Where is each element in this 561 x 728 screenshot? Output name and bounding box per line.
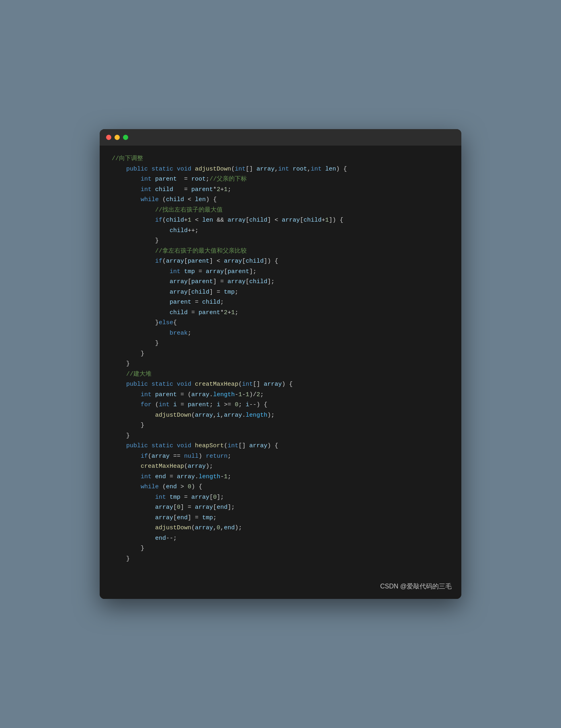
line-25: for (int i = parent; i >= 0; i--) { xyxy=(112,400,449,410)
maximize-dot[interactable] xyxy=(123,135,128,140)
line-34: int tmp = array[0]; xyxy=(112,492,449,503)
code-area: //向下调整 public static void adjustDown(int… xyxy=(100,146,461,576)
watermark: CSDN @爱敲代码的三毛 xyxy=(100,576,461,599)
line-14: array[child] = tmp; xyxy=(112,287,449,298)
line-comment-4: //建大堆 xyxy=(112,369,449,380)
minimize-dot[interactable] xyxy=(115,135,120,140)
line-29: public static void heapSort(int[] array)… xyxy=(112,441,449,451)
line-26: adjustDown(array,i,array.length); xyxy=(112,410,449,421)
line-28: } xyxy=(112,431,449,441)
line-9: } xyxy=(112,236,449,246)
line-11: if(array[parent] < array[child]) { xyxy=(112,256,449,267)
line-4: int child = parent*2+1; xyxy=(112,185,449,195)
line-40: } xyxy=(112,554,449,564)
line-17: }else{ xyxy=(112,318,449,328)
line-31: creatMaxHeap(array); xyxy=(112,461,449,472)
line-13: array[parent] = array[child]; xyxy=(112,277,449,287)
line-27: } xyxy=(112,420,449,431)
line-12: int tmp = array[parent]; xyxy=(112,267,449,277)
line-3: int parent = root;//父亲的下标 xyxy=(112,174,449,185)
line-23: public static void creatMaxHeap(int[] ar… xyxy=(112,379,449,390)
line-30: if(array == null) return; xyxy=(112,451,449,462)
line-32: int end = array.length-1; xyxy=(112,472,449,482)
line-35: array[0] = array[end]; xyxy=(112,502,449,513)
line-36: array[end] = tmp; xyxy=(112,513,449,523)
line-comment-2: //找出左右孩子的最大值 xyxy=(112,205,449,216)
line-18: break; xyxy=(112,328,449,339)
line-21: } xyxy=(112,359,449,369)
title-bar xyxy=(100,129,461,146)
line-5: while (child < len) { xyxy=(112,195,449,205)
line-39: } xyxy=(112,543,449,554)
line-24: int parent = (array.length-1-1)/2; xyxy=(112,390,449,400)
watermark-text: CSDN @爱敲代码的三毛 xyxy=(380,583,452,590)
code-window: //向下调整 public static void adjustDown(int… xyxy=(100,129,461,599)
line-15: parent = child; xyxy=(112,297,449,308)
line-38: end--; xyxy=(112,533,449,544)
line-2: public static void adjustDown(int[] arra… xyxy=(112,164,449,175)
line-33: while (end > 0) { xyxy=(112,482,449,492)
line-16: child = parent*2+1; xyxy=(112,308,449,318)
line-8: child++; xyxy=(112,226,449,236)
line-20: } xyxy=(112,349,449,359)
close-dot[interactable] xyxy=(106,135,111,140)
line-19: } xyxy=(112,338,449,349)
line-7: if(child+1 < len && array[child] < array… xyxy=(112,215,449,226)
line-comment-1: //向下调整 xyxy=(112,154,449,164)
line-comment-3: //拿左右孩子的最大值和父亲比较 xyxy=(112,246,449,257)
line-37: adjustDown(array,0,end); xyxy=(112,523,449,533)
